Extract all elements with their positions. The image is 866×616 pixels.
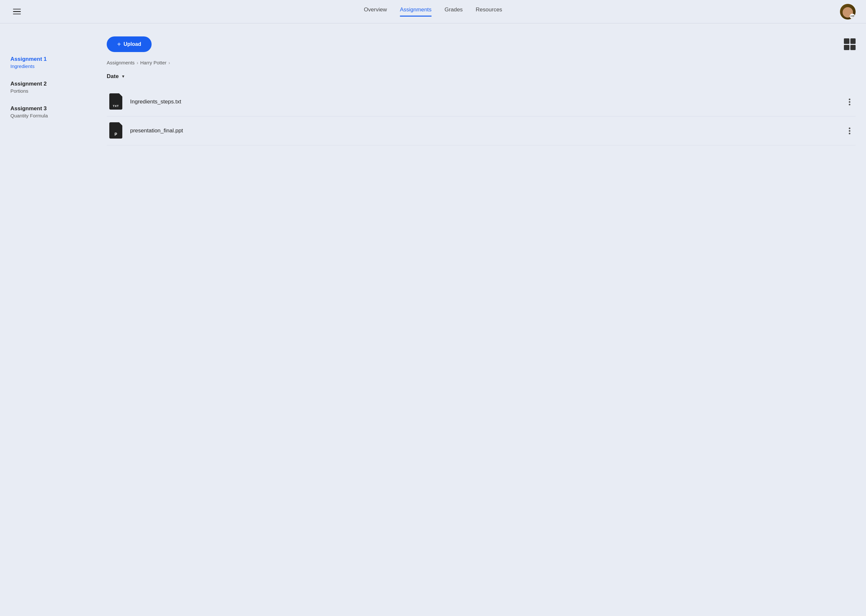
file-menu-f1[interactable] bbox=[846, 96, 853, 108]
grid-cell bbox=[844, 45, 849, 50]
content-area: + Upload Assignments › Harry Potter › Da… bbox=[102, 36, 856, 145]
file-name-f2: presentation_final.ppt bbox=[130, 127, 846, 134]
sort-arrow-icon[interactable]: ▼ bbox=[121, 74, 125, 79]
user-avatar[interactable] bbox=[840, 4, 856, 19]
file-item-f2[interactable]: Ppresentation_final.ppt bbox=[107, 116, 856, 145]
tab-assignments[interactable]: Assignments bbox=[400, 6, 431, 17]
upload-plus-icon: + bbox=[117, 41, 121, 47]
file-menu-f2[interactable] bbox=[846, 125, 853, 137]
file-item-f1[interactable]: TXTIngredients_steps.txt bbox=[107, 88, 856, 116]
avatar-image bbox=[840, 4, 856, 19]
breadcrumb-item-1[interactable]: Harry Potter bbox=[140, 60, 167, 65]
assignment-list: Assignment 1IngredientsAssignment 2Porti… bbox=[10, 36, 102, 145]
grid-cell bbox=[850, 45, 856, 50]
upload-label: Upload bbox=[124, 41, 141, 47]
assignment-title-a2: Assignment 2 bbox=[10, 81, 102, 87]
tab-grades[interactable]: Grades bbox=[445, 6, 463, 17]
toolbar: + Upload bbox=[107, 36, 856, 52]
sort-label[interactable]: Date bbox=[107, 73, 119, 80]
grid-view-toggle[interactable] bbox=[844, 38, 856, 50]
tab-resources[interactable]: Resources bbox=[476, 6, 502, 17]
assignment-item-a2[interactable]: Assignment 2Portions bbox=[10, 81, 102, 94]
file-list: TXTIngredients_steps.txtPpresentation_fi… bbox=[107, 88, 856, 145]
upload-button[interactable]: + Upload bbox=[107, 36, 152, 52]
breadcrumb: Assignments › Harry Potter › bbox=[107, 60, 856, 65]
assignment-item-a3[interactable]: Assignment 3Quantity Formula bbox=[10, 105, 102, 118]
assignment-item-a1[interactable]: Assignment 1Ingredients bbox=[10, 56, 102, 69]
file-name-f1: Ingredients_steps.txt bbox=[130, 99, 846, 105]
breadcrumb-item-0[interactable]: Assignments bbox=[107, 60, 135, 65]
tab-overview[interactable]: Overview bbox=[364, 6, 387, 17]
file-icon-txt: TXT bbox=[109, 93, 124, 110]
nav-tabs: OverviewAssignmentsGradesResources bbox=[364, 6, 502, 17]
grid-cell bbox=[844, 38, 849, 44]
header: OverviewAssignmentsGradesResources bbox=[0, 0, 866, 24]
main-layout: Assignment 1IngredientsAssignment 2Porti… bbox=[0, 24, 866, 159]
hamburger-menu[interactable] bbox=[10, 6, 24, 17]
sort-row: Date ▼ bbox=[107, 73, 856, 80]
assignment-title-a3: Assignment 3 bbox=[10, 105, 102, 112]
breadcrumb-trailing-sep: › bbox=[168, 60, 170, 65]
assignment-subtitle-a2: Portions bbox=[10, 88, 102, 94]
file-icon-ppt: P bbox=[109, 122, 124, 139]
assignment-subtitle-a1: Ingredients bbox=[10, 63, 102, 69]
breadcrumb-separator: › bbox=[137, 60, 138, 65]
grid-cell bbox=[850, 38, 856, 44]
assignment-subtitle-a3: Quantity Formula bbox=[10, 113, 102, 118]
assignment-title-a1: Assignment 1 bbox=[10, 56, 102, 63]
